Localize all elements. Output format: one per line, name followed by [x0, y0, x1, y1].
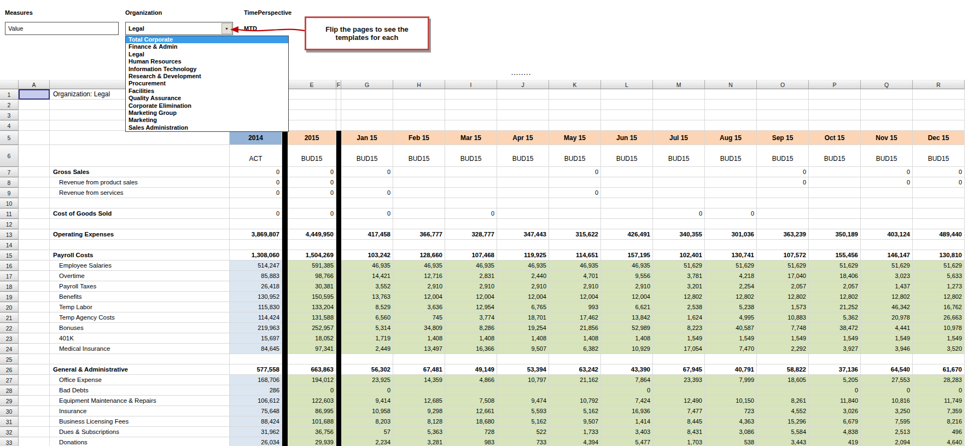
- cell-R24[interactable]: 3,520: [913, 344, 965, 354]
- cell-K15[interactable]: 114,651: [549, 250, 601, 260]
- cell-J26[interactable]: 53,394: [497, 364, 549, 375]
- cell-J28[interactable]: [497, 385, 549, 396]
- cell-R2[interactable]: [913, 100, 965, 110]
- cell-N22[interactable]: 40,587: [705, 323, 757, 333]
- cell-A2[interactable]: [19, 100, 50, 110]
- cell-K27[interactable]: 21,162: [549, 375, 601, 385]
- cell-G6[interactable]: BUD15: [341, 145, 393, 167]
- cell-A32[interactable]: [19, 427, 50, 437]
- cell-E25[interactable]: [288, 354, 336, 364]
- cell-G7[interactable]: 0: [341, 167, 393, 177]
- cell-J14[interactable]: [497, 240, 549, 250]
- cell-M9[interactable]: [653, 188, 705, 198]
- cell-P29[interactable]: 11,840: [809, 396, 861, 406]
- cell-J6[interactable]: BUD15: [497, 145, 549, 167]
- cell-N12[interactable]: [705, 219, 757, 229]
- cell-E18[interactable]: 30,381: [288, 281, 336, 292]
- cell-A22[interactable]: [19, 323, 50, 333]
- cell-C26[interactable]: 577,558: [230, 364, 282, 375]
- cell-L23[interactable]: 1,408: [601, 333, 653, 344]
- cell-H8[interactable]: [393, 177, 445, 188]
- cell-E33[interactable]: 29,939: [288, 437, 336, 446]
- cell-I12[interactable]: [445, 219, 497, 229]
- cell-E29[interactable]: 122,603: [288, 396, 336, 406]
- cell-C11[interactable]: 0: [230, 208, 282, 219]
- cell-P2[interactable]: [809, 100, 861, 110]
- cell-I30[interactable]: 12,661: [445, 406, 497, 416]
- cell-Q15[interactable]: 146,147: [861, 250, 913, 260]
- cell-E4[interactable]: [288, 120, 336, 131]
- cell-J1[interactable]: [497, 89, 549, 100]
- cell-A19[interactable]: [19, 292, 50, 302]
- cell-O8[interactable]: 0: [757, 177, 809, 188]
- cell-Q7[interactable]: 0: [861, 167, 913, 177]
- cell-P18[interactable]: 2,057: [809, 281, 861, 292]
- cell-G30[interactable]: 10,958: [341, 406, 393, 416]
- cell-Q10[interactable]: [861, 198, 913, 208]
- cell-O25[interactable]: [757, 354, 809, 364]
- cell-P4[interactable]: [809, 120, 861, 131]
- cell-I28[interactable]: [445, 385, 497, 396]
- cell-H17[interactable]: 12,716: [393, 271, 445, 281]
- cell-H24[interactable]: 13,497: [393, 344, 445, 354]
- cell-O26[interactable]: 58,822: [757, 364, 809, 375]
- cell-J4[interactable]: [497, 120, 549, 131]
- row-header-18[interactable]: 18: [0, 281, 19, 292]
- row-header-32[interactable]: 32: [0, 427, 19, 437]
- cell-Q29[interactable]: 10,816: [861, 396, 913, 406]
- cell-R29[interactable]: 11,749: [913, 396, 965, 406]
- cell-G28[interactable]: 0: [341, 385, 393, 396]
- cell-A23[interactable]: [19, 333, 50, 344]
- cell-B5[interactable]: [50, 131, 230, 145]
- cell-R26[interactable]: 61,670: [913, 364, 965, 375]
- cell-B30[interactable]: Insurance: [50, 406, 230, 416]
- cell-B15[interactable]: Payroll Costs: [50, 250, 230, 260]
- cell-O2[interactable]: [757, 100, 809, 110]
- cell-Q20[interactable]: 46,342: [861, 302, 913, 312]
- cell-H23[interactable]: 1,408: [393, 333, 445, 344]
- cell-C32[interactable]: 31,962: [230, 427, 282, 437]
- cell-L19[interactable]: 12,004: [601, 292, 653, 302]
- cell-L22[interactable]: 52,989: [601, 323, 653, 333]
- row-header-12[interactable]: 12: [0, 219, 19, 229]
- cell-G17[interactable]: 14,421: [341, 271, 393, 281]
- cell-M2[interactable]: [653, 100, 705, 110]
- cell-G19[interactable]: 13,763: [341, 292, 393, 302]
- row-header-27[interactable]: 27: [0, 375, 19, 385]
- cell-I19[interactable]: 12,004: [445, 292, 497, 302]
- column-header-R[interactable]: R: [913, 80, 965, 89]
- cell-L26[interactable]: 43,390: [601, 364, 653, 375]
- cell-L12[interactable]: [601, 219, 653, 229]
- cell-C24[interactable]: 84,645: [230, 344, 282, 354]
- cell-I16[interactable]: 46,935: [445, 260, 497, 271]
- cell-A27[interactable]: [19, 375, 50, 385]
- cell-G13[interactable]: 417,458: [341, 229, 393, 240]
- dropdown-item-marketing[interactable]: Marketing: [126, 117, 288, 124]
- cell-H32[interactable]: 5,363: [393, 427, 445, 437]
- dropdown-item-sales-administration[interactable]: Sales Administration: [126, 124, 288, 131]
- cell-C29[interactable]: 106,612: [230, 396, 282, 406]
- cell-H4[interactable]: [393, 120, 445, 131]
- cell-P7[interactable]: [809, 167, 861, 177]
- dropdown-item-legal[interactable]: Legal: [126, 51, 288, 58]
- cell-I15[interactable]: 107,468: [445, 250, 497, 260]
- cell-I23[interactable]: 1,408: [445, 333, 497, 344]
- cell-L17[interactable]: 9,556: [601, 271, 653, 281]
- cell-I22[interactable]: 8,286: [445, 323, 497, 333]
- cell-N29[interactable]: 10,150: [705, 396, 757, 406]
- cell-Q24[interactable]: 3,946: [861, 344, 913, 354]
- cell-L5[interactable]: Jun 15: [601, 131, 653, 145]
- cell-K4[interactable]: [549, 120, 601, 131]
- cell-M10[interactable]: [653, 198, 705, 208]
- cell-A6[interactable]: [19, 145, 50, 167]
- cell-O30[interactable]: 4,552: [757, 406, 809, 416]
- column-header-H[interactable]: H: [393, 80, 445, 89]
- cell-O23[interactable]: 1,549: [757, 333, 809, 344]
- cell-H26[interactable]: 67,481: [393, 364, 445, 375]
- cell-B6[interactable]: [50, 145, 230, 167]
- cell-H21[interactable]: 745: [393, 312, 445, 323]
- row-header-33[interactable]: 33: [0, 437, 19, 446]
- cell-K17[interactable]: 4,701: [549, 271, 601, 281]
- cell-N13[interactable]: 301,036: [705, 229, 757, 240]
- cell-L16[interactable]: 46,935: [601, 260, 653, 271]
